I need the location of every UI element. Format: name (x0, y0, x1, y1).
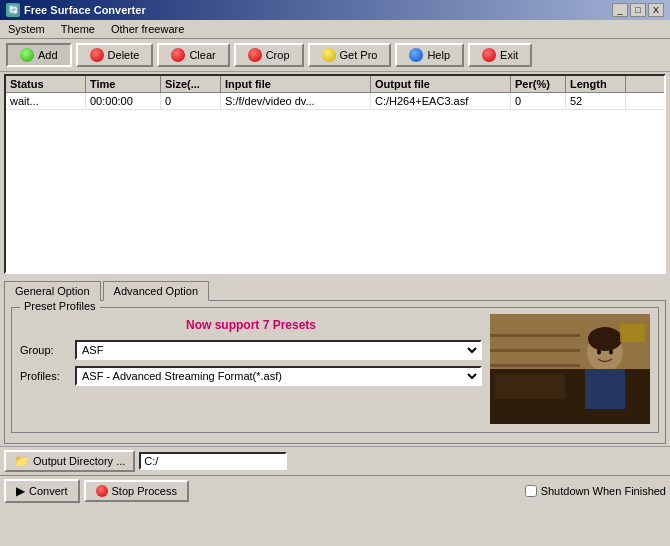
exit-icon (482, 48, 496, 62)
toolbar: Add Delete Clear Crop Get Pro Help Exit (0, 39, 670, 72)
svg-rect-13 (490, 314, 650, 424)
shutdown-label: Shutdown When Finished (541, 485, 666, 497)
menu-theme[interactable]: Theme (57, 22, 99, 36)
col-status: Status (6, 76, 86, 92)
maximize-button[interactable]: □ (630, 3, 646, 17)
profiles-row: Profiles: ASF - Advanced Streaming Forma… (20, 366, 482, 386)
group-row: Group: ASF MP4 AVI MKV WMV MOV FLV (20, 340, 482, 360)
cell-length: 52 (566, 93, 626, 109)
col-input: Input file (221, 76, 371, 92)
clear-button[interactable]: Clear (157, 43, 229, 67)
group-select[interactable]: ASF MP4 AVI MKV WMV MOV FLV (75, 340, 482, 360)
window-controls: _ □ X (612, 3, 664, 17)
cell-output: C:/H264+EAC3.asf (371, 93, 511, 109)
options-panel: Preset Profiles Now support 7 Presets Gr… (4, 300, 666, 444)
add-icon (20, 48, 34, 62)
cell-size: 0 (161, 93, 221, 109)
col-per: Per(%) (511, 76, 566, 92)
thumbnail-image (490, 314, 650, 424)
cell-time: 00:00:00 (86, 93, 161, 109)
table-row[interactable]: wait... 00:00:00 0 S:/f/dev/video dv... … (6, 93, 664, 110)
crop-button[interactable]: Crop (234, 43, 304, 67)
col-time: Time (86, 76, 161, 92)
convert-icon: ▶ (16, 484, 25, 498)
stop-button[interactable]: Stop Process (84, 480, 189, 502)
output-dir-input[interactable] (139, 452, 287, 470)
col-output: Output file (371, 76, 511, 92)
file-list-body: wait... 00:00:00 0 S:/f/dev/video dv... … (6, 93, 664, 110)
tab-general[interactable]: General Option (4, 281, 101, 301)
tab-advanced[interactable]: Advanced Option (103, 281, 209, 301)
profiles-label: Profiles: (20, 370, 75, 382)
title-bar: 🔄 Free Surface Converter _ □ X (0, 0, 670, 20)
output-dir-bar: 📁 Output Directory ... (0, 446, 670, 475)
delete-button[interactable]: Delete (76, 43, 154, 67)
delete-icon (90, 48, 104, 62)
help-icon (409, 48, 423, 62)
preset-support-text: Now support 7 Presets (20, 318, 482, 332)
output-dir-button[interactable]: 📁 Output Directory ... (4, 450, 135, 472)
menu-bar: System Theme Other freeware (0, 20, 670, 39)
col-length: Length (566, 76, 626, 92)
preset-group: Preset Profiles Now support 7 Presets Gr… (11, 307, 659, 433)
cell-input: S:/f/dev/video dv... (221, 93, 371, 109)
shutdown-checkbox[interactable] (525, 485, 537, 497)
help-button[interactable]: Help (395, 43, 464, 67)
shutdown-row: Shutdown When Finished (525, 485, 666, 497)
crop-icon (248, 48, 262, 62)
profiles-select[interactable]: ASF - Advanced Streaming Format(*.asf) (75, 366, 482, 386)
menu-other[interactable]: Other freeware (107, 22, 188, 36)
tabs-row: General Option Advanced Option (4, 280, 666, 300)
preset-legend: Preset Profiles (20, 300, 100, 312)
action-bar: ▶ Convert Stop Process Shutdown When Fin… (0, 475, 670, 506)
window-title: Free Surface Converter (24, 4, 146, 16)
minimize-button[interactable]: _ (612, 3, 628, 17)
tabs-section: General Option Advanced Option (0, 276, 670, 300)
file-list: Status Time Size(... Input file Output f… (4, 74, 666, 274)
col-size: Size(... (161, 76, 221, 92)
menu-system[interactable]: System (4, 22, 49, 36)
clear-icon (171, 48, 185, 62)
app-icon: 🔄 (6, 3, 20, 17)
file-list-header: Status Time Size(... Input file Output f… (6, 76, 664, 93)
preview-thumbnail (490, 314, 650, 424)
group-label: Group: (20, 344, 75, 356)
convert-button[interactable]: ▶ Convert (4, 479, 80, 503)
cell-per: 0 (511, 93, 566, 109)
stop-icon (96, 485, 108, 497)
preset-content: Now support 7 Presets Group: ASF MP4 AVI… (20, 314, 650, 424)
folder-icon: 📁 (14, 454, 29, 468)
cell-status: wait... (6, 93, 86, 109)
getpro-icon (322, 48, 336, 62)
add-button[interactable]: Add (6, 43, 72, 67)
exit-button[interactable]: Exit (468, 43, 532, 67)
getpro-button[interactable]: Get Pro (308, 43, 392, 67)
preset-left: Now support 7 Presets Group: ASF MP4 AVI… (20, 314, 482, 424)
close-button[interactable]: X (648, 3, 664, 17)
